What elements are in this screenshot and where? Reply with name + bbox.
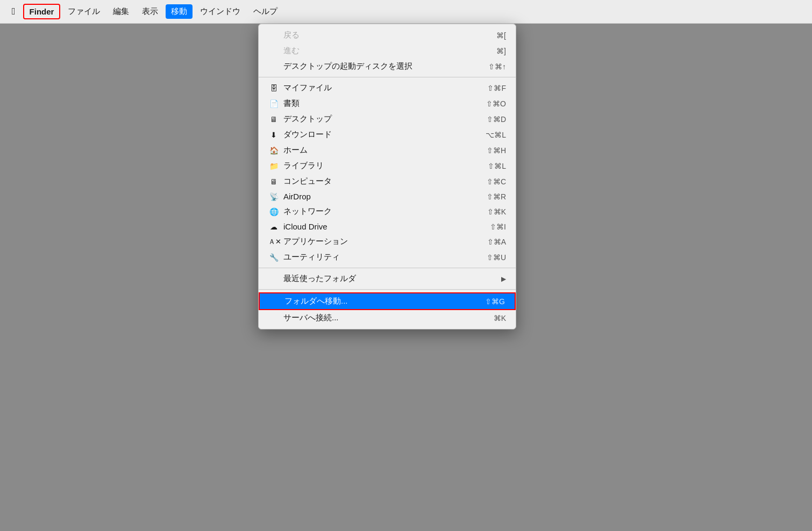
menu-item-utilities[interactable]: 🔧 ユーティリティ ⇧⌘U (259, 249, 516, 265)
back-label: 戻る (283, 30, 300, 40)
view-menu[interactable]: 表示 (137, 4, 163, 19)
utilities-icon: 🔧 (268, 253, 279, 262)
applications-label: アプリケーション (283, 236, 348, 247)
airdrop-label: AirDrop (283, 192, 311, 201)
documents-icon: 📄 (268, 99, 279, 108)
myfiles-label: マイファイル (283, 83, 332, 93)
startup-disk-label: デスクトップの起動ディスクを選択 (283, 61, 412, 71)
icloud-icon: ☁ (268, 223, 279, 231)
computer-icon: 🖥 (268, 177, 279, 186)
startup-disk-shortcut: ⇧⌘↑ (488, 62, 506, 71)
menu-item-library[interactable]: 📁 ライブラリ ⇧⌘L (259, 158, 516, 174)
utilities-shortcut: ⇧⌘U (487, 253, 506, 262)
edit-menu[interactable]: 編集 (108, 4, 134, 19)
applications-icon: Ａ✕ (268, 237, 279, 247)
menu-item-desktop[interactable]: 🖥 デスクトップ ⇧⌘D (259, 111, 516, 127)
airdrop-shortcut: ⇧⌘R (487, 192, 506, 201)
downloads-shortcut: ⌥⌘L (486, 131, 506, 139)
goto-folder-shortcut: ⇧⌘G (485, 297, 505, 306)
icloud-label: iCloud Drive (283, 222, 327, 231)
finder-menu[interactable]: Finder (23, 4, 61, 19)
file-menu[interactable]: ファイル (62, 4, 105, 19)
documents-label: 書類 (283, 98, 300, 109)
connect-server-label: サーバへ接続... (283, 313, 339, 323)
home-icon: 🏠 (268, 146, 279, 155)
home-shortcut: ⇧⌘H (487, 146, 506, 155)
downloads-label: ダウンロード (283, 130, 332, 140)
desktop-shortcut: ⇧⌘D (487, 115, 506, 124)
menu-item-back[interactable]: 戻る ⌘[ (259, 27, 516, 43)
window-menu[interactable]: ウインドウ (195, 4, 246, 19)
desktop-label: デスクトップ (283, 114, 332, 124)
apple-menu[interactable]:  (6, 4, 21, 19)
menu-item-forward[interactable]: 進む ⌘] (259, 43, 516, 59)
menubar:  Finder ファイル 編集 表示 移動 ウインドウ ヘルプ (0, 0, 812, 24)
go-dropdown-menu: 戻る ⌘[ 進む ⌘] デスクトップの起動ディスクを選択 ⇧⌘↑ 🗄 マイファイ… (258, 24, 516, 329)
recent-folders-label: 最近使ったフォルダ (283, 274, 356, 284)
recent-folders-arrow: ▶ (501, 275, 506, 283)
icloud-shortcut: ⇧⌘I (490, 223, 506, 231)
menu-item-home[interactable]: 🏠 ホーム ⇧⌘H (259, 142, 516, 158)
menu-item-startup-disk[interactable]: デスクトップの起動ディスクを選択 ⇧⌘↑ (259, 59, 516, 74)
network-label: ネットワーク (283, 206, 332, 217)
utilities-label: ユーティリティ (283, 252, 340, 262)
go-menu[interactable]: 移動 (166, 4, 193, 19)
menu-item-computer[interactable]: 🖥 コンピュータ ⇧⌘C (259, 174, 516, 189)
documents-shortcut: ⇧⌘O (486, 99, 506, 108)
home-label: ホーム (283, 145, 308, 155)
desktop-icon: 🖥 (268, 115, 279, 124)
separator-2 (259, 268, 516, 268)
menu-item-myfiles[interactable]: 🗄 マイファイル ⇧⌘F (259, 80, 516, 96)
computer-label: コンピュータ (283, 176, 332, 186)
back-shortcut: ⌘[ (496, 31, 506, 40)
downloads-icon: ⬇ (268, 131, 279, 139)
menu-item-documents[interactable]: 📄 書類 ⇧⌘O (259, 96, 516, 111)
menu-item-goto-folder[interactable]: フォルダへ移動... ⇧⌘G (259, 292, 516, 310)
network-icon: 🌐 (268, 207, 279, 216)
menu-item-downloads[interactable]: ⬇ ダウンロード ⌥⌘L (259, 127, 516, 142)
menu-item-airdrop[interactable]: 📡 AirDrop ⇧⌘R (259, 189, 516, 204)
goto-folder-label: フォルダへ移動... (284, 296, 348, 306)
separator-3 (259, 289, 516, 290)
menu-item-applications[interactable]: Ａ✕ アプリケーション ⇧⌘A (259, 234, 516, 249)
network-shortcut: ⇧⌘K (487, 207, 506, 216)
menu-item-icloud[interactable]: ☁ iCloud Drive ⇧⌘I (259, 219, 516, 234)
myfiles-shortcut: ⇧⌘F (487, 84, 506, 92)
library-label: ライブラリ (283, 161, 324, 171)
myfiles-icon: 🗄 (268, 84, 279, 92)
forward-shortcut: ⌘] (496, 47, 506, 55)
menu-item-recent-folders[interactable]: 最近使ったフォルダ ▶ (259, 271, 516, 286)
applications-shortcut: ⇧⌘A (487, 238, 506, 246)
separator-1 (259, 77, 516, 77)
library-icon: 📁 (268, 162, 279, 170)
forward-label: 進む (283, 46, 300, 56)
computer-shortcut: ⇧⌘C (487, 177, 506, 186)
menu-item-connect-server[interactable]: サーバへ接続... ⌘K (259, 310, 516, 326)
connect-server-shortcut: ⌘K (494, 314, 506, 322)
help-menu[interactable]: ヘルプ (248, 4, 283, 19)
library-shortcut: ⇧⌘L (488, 162, 506, 170)
menu-item-network[interactable]: 🌐 ネットワーク ⇧⌘K (259, 204, 516, 219)
airdrop-icon: 📡 (268, 192, 279, 201)
